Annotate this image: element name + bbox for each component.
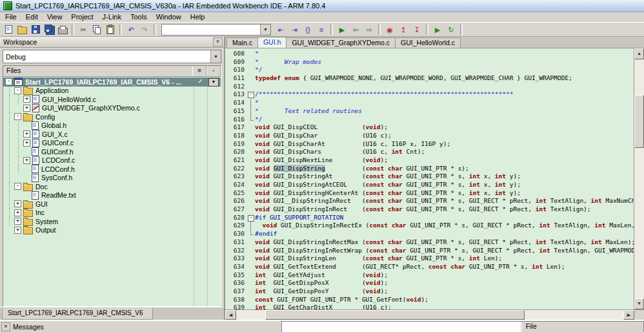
scroll-up-icon[interactable]: ▲ — [634, 48, 644, 59]
menu-edit[interactable]: Edit — [21, 12, 43, 22]
find-in-files-icon: {} — [305, 24, 310, 36]
menu-help[interactable]: Help — [186, 12, 210, 22]
cut-button[interactable]: ✂ — [77, 24, 90, 36]
editor-tab-main-c[interactable]: Main.c — [226, 37, 258, 48]
save-button[interactable] — [29, 24, 42, 36]
tree-item-gui-helloworld-c[interactable]: +GUI_HelloWorld.c — [3, 95, 221, 104]
menu-view[interactable]: View — [43, 12, 67, 22]
tree-item-readme-txt[interactable]: ReadMe.txt — [3, 191, 221, 200]
paste-button[interactable] — [104, 24, 117, 36]
expand-icon[interactable]: + — [14, 209, 21, 216]
collapse-icon[interactable]: - — [14, 113, 21, 120]
menu-window[interactable]: Window — [152, 12, 186, 22]
fold-collapse-icon[interactable]: - — [248, 92, 254, 98]
tree-item-gui-x-c[interactable]: +GUI_X.c — [3, 130, 221, 139]
next-bookmark-button[interactable]: ↧ — [410, 24, 423, 36]
tree-item-sysconf-h[interactable]: SysConf.h — [3, 174, 221, 183]
find-combobox[interactable]: ▼ — [161, 24, 271, 36]
vertical-scroll-track[interactable] — [634, 59, 644, 298]
redo-button[interactable]: ↷ — [138, 24, 151, 36]
menu-file[interactable]: File — [1, 12, 21, 22]
tree-item-guiconf-h[interactable]: GUIConf.h — [3, 147, 221, 156]
tree-item-system[interactable]: +System — [3, 217, 221, 226]
save-all-button[interactable] — [43, 24, 55, 36]
tree-item-output[interactable]: +Output — [3, 226, 221, 235]
find-previous-button[interactable]: ⇤ — [274, 24, 287, 36]
code-text: int GUI_GetDispPosX (void); — [255, 279, 634, 287]
open-file-button[interactable] — [15, 24, 28, 36]
folder-icon — [23, 184, 33, 191]
tree-item-inc[interactable]: +Inc — [3, 209, 221, 218]
menu-tools[interactable]: Tools — [126, 12, 152, 22]
navigate-forward-button[interactable]: ⇨ — [363, 24, 376, 36]
horizontal-scroll-track[interactable] — [236, 310, 623, 320]
tree-item-application[interactable]: -Application — [3, 87, 221, 96]
options-column-header[interactable]: ✱ — [192, 66, 206, 76]
file-column-header[interactable]: File — [521, 322, 643, 332]
print-icon — [58, 28, 68, 34]
save-all-icon — [45, 25, 52, 32]
c-file-icon — [32, 130, 39, 138]
build-column-header[interactable]: ▪ — [206, 66, 221, 76]
tree-item-doc[interactable]: -Doc — [3, 182, 221, 191]
expand-icon[interactable]: + — [23, 157, 30, 164]
expand-icon[interactable]: + — [14, 218, 21, 225]
tree-item-label: Output — [33, 226, 56, 234]
tree-item-start-lpc1769-iarlpc1769-iar-cmsis-v6[interactable]: -Start_LPC1769_IARLPC1769_IAR_CMSIS_V6 -… — [3, 78, 221, 87]
navigate-backward-button[interactable]: ⇦ — [349, 24, 362, 36]
new-document-button[interactable] — [2, 24, 15, 36]
tree-item-lcdconf-h[interactable]: LCDConf.h — [3, 165, 221, 174]
horizontal-scroll-thumb[interactable] — [265, 310, 525, 320]
tree-item-global-h[interactable]: Global.h — [3, 121, 221, 130]
find-in-files-button[interactable]: {} — [301, 24, 314, 36]
project-options-dropdown[interactable]: ▼ — [208, 78, 219, 87]
tree-item-gui-widget-graphxydemo-c[interactable]: +GUI_WIDGET_GraphXYDemo.c — [3, 104, 221, 113]
tree-item-lcdconf-c[interactable]: +LCDConf.c — [3, 156, 221, 165]
collapse-icon[interactable]: - — [5, 78, 12, 85]
undo-button[interactable]: ↶ — [125, 24, 137, 36]
editor-tab-gui-h[interactable]: GUI.h — [257, 37, 287, 48]
expand-icon[interactable]: + — [23, 130, 30, 138]
vertical-scroll-thumb[interactable] — [634, 95, 644, 148]
messages-close-icon[interactable]: × — [1, 322, 10, 331]
workspace-project-tab[interactable]: Start_LPC1769_IARLPC1769_IAR_CMSIS_V6 — [2, 308, 153, 320]
fold-collapse-icon[interactable]: - — [248, 215, 254, 222]
menu-project[interactable]: Project — [66, 12, 97, 22]
toggle-bookmark-button[interactable]: ◉ — [383, 24, 396, 36]
folder-icon — [23, 88, 33, 95]
scroll-left-icon[interactable]: ◀ — [225, 310, 236, 320]
chevron-down-icon[interactable]: ▼ — [260, 25, 270, 35]
download-and-debug-button[interactable]: ▶ — [431, 24, 444, 36]
tree-item-gui[interactable]: +GUI — [3, 200, 221, 209]
chevron-down-icon[interactable]: ▼ — [210, 50, 221, 63]
scroll-right-icon[interactable]: ▶ — [623, 310, 634, 320]
find-next-button[interactable]: ⇥ — [288, 24, 301, 36]
debug-without-downloading-button[interactable]: ↻ — [445, 24, 458, 36]
print-button[interactable] — [56, 24, 69, 36]
tree-item-label: SysConf.h — [39, 174, 72, 182]
vertical-scrollbar[interactable]: ▲ ▼ — [634, 48, 644, 309]
horizontal-scrollbar[interactable]: ◀ ▶ — [225, 309, 644, 320]
configuration-dropdown[interactable]: Debug ▼ — [3, 50, 221, 63]
files-column-header[interactable]: Files — [3, 66, 192, 76]
workspace-close-icon[interactable]: × — [213, 37, 223, 47]
copy-button[interactable] — [90, 24, 103, 36]
collapse-icon[interactable]: - — [14, 183, 21, 190]
go-to-button[interactable]: ▶ — [336, 24, 348, 36]
previous-bookmark-button[interactable]: ↥ — [397, 24, 410, 36]
menu-j-link[interactable]: J-Link — [98, 12, 126, 22]
tree-item-config[interactable]: -Config — [3, 112, 221, 121]
tree-item-guiconf-c[interactable]: +GUIConf.c — [3, 139, 221, 148]
expand-icon[interactable]: + — [23, 96, 30, 103]
editor-tab-gui-helloworld-c[interactable]: GUI_HelloWorld.c — [395, 37, 461, 48]
expand-icon[interactable]: + — [23, 140, 30, 147]
scroll-down-icon[interactable]: ▼ — [634, 298, 644, 309]
editor-tab-gui-widget-graphxydemo-c[interactable]: GUI_WIDGET_GraphXYDemo.c — [286, 37, 396, 48]
code-editor[interactable]: 608*609* Wrap modes610*/611typedef enum … — [225, 48, 634, 309]
collapse-icon[interactable]: - — [14, 87, 21, 94]
line-number: 611 — [225, 74, 246, 83]
expand-icon[interactable]: + — [14, 200, 21, 207]
expand-icon[interactable]: + — [23, 105, 30, 112]
expand-icon[interactable]: + — [14, 227, 21, 234]
replace-button[interactable]: ≡ — [315, 24, 328, 36]
